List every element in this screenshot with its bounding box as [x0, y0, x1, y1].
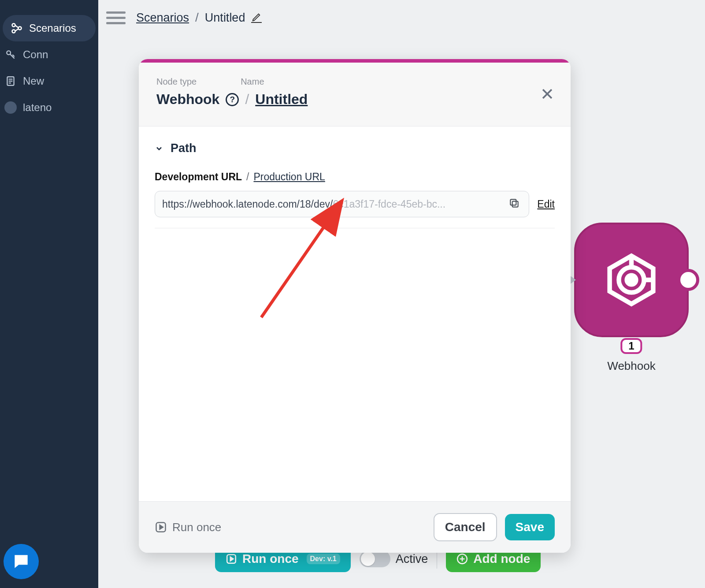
path-section-title: Path: [171, 141, 197, 155]
pencil-icon: [252, 12, 261, 22]
edit-title-button[interactable]: [251, 12, 262, 23]
modal-accent-strip: [139, 59, 571, 63]
webhook-url-field[interactable]: https://webhook.latenode.com/18/dev/6c1a…: [155, 191, 529, 217]
url-tabs-separator: /: [246, 171, 249, 183]
canvas-node-label: Webhook: [574, 359, 689, 373]
breadcrumb: Scenarios / Untitled: [136, 11, 262, 25]
active-toggle-label: Active: [396, 552, 428, 566]
copy-icon: [508, 197, 520, 209]
document-icon: [4, 75, 17, 87]
plug-icon: [4, 48, 17, 61]
url-prefix: https://webhook.latenode.com/18/dev/: [162, 198, 333, 210]
topbar: Scenarios / Untitled: [98, 0, 705, 35]
breadcrumb-separator: /: [195, 11, 199, 25]
url-suffix: 6c1a3f17-fdce-45eb-bc...: [333, 198, 445, 210]
svg-point-2: [19, 27, 22, 30]
sidebar-item-label: lateno: [23, 101, 52, 114]
canvas-node-webhook[interactable]: 1 Webhook: [574, 223, 689, 337]
save-button[interactable]: Save: [505, 514, 555, 540]
dev-version-badge: Dev: v.1: [307, 554, 340, 564]
modal-run-once-label: Run once: [172, 521, 221, 534]
copy-url-button[interactable]: [508, 197, 522, 211]
node-config-modal: Node type Name Webhook ? / Untitled Path: [139, 59, 571, 553]
sidebar-item-label: Conn: [23, 48, 48, 61]
svg-rect-10: [512, 201, 518, 207]
url-tabs: Development URL / Production URL: [155, 171, 555, 183]
svg-point-3: [7, 51, 11, 55]
modal-run-once-button[interactable]: Run once: [155, 521, 221, 534]
svg-point-1: [12, 30, 15, 33]
add-node-label: Add node: [473, 552, 530, 566]
sidebar-item-label: New: [23, 75, 44, 87]
node-number-badge: 1: [620, 338, 642, 354]
hamburger-menu-button[interactable]: [106, 11, 126, 24]
modal-footer: Run once Cancel Save: [139, 501, 571, 553]
sidebar-item-label: Scenarios: [29, 22, 76, 34]
play-box-icon: [226, 553, 237, 565]
breadcrumb-title: Untitled: [205, 11, 245, 25]
close-icon: [540, 86, 555, 101]
avatar-icon: [4, 101, 17, 114]
modal-body: Path Development URL / Production URL ht…: [139, 127, 571, 501]
chat-icon: [11, 552, 31, 571]
cancel-button[interactable]: Cancel: [434, 513, 497, 541]
help-button[interactable]: ?: [226, 93, 239, 106]
main: Scenarios / Untitled: [98, 0, 705, 588]
sidebar: Scenarios Conn New lateno: [0, 0, 98, 588]
sidebar-item-scenarios[interactable]: Scenarios: [3, 15, 96, 41]
svg-rect-11: [511, 199, 516, 205]
name-header-label: Name: [241, 77, 264, 87]
node-name-editable[interactable]: Untitled: [255, 91, 308, 108]
node-type-value: Webhook: [156, 91, 219, 108]
plus-circle-icon: [456, 553, 468, 565]
scenarios-icon: [11, 22, 23, 34]
tab-production-url[interactable]: Production URL: [253, 171, 325, 183]
node-type-header-label: Node type: [156, 77, 197, 87]
svg-point-0: [12, 24, 15, 27]
sidebar-item-connections[interactable]: Conn: [0, 41, 98, 68]
svg-point-7: [627, 275, 636, 285]
chevron-down-icon: [155, 144, 163, 153]
close-modal-button[interactable]: [540, 86, 555, 101]
play-box-icon: [155, 521, 167, 533]
tab-development-url[interactable]: Development URL: [155, 171, 242, 183]
run-once-label: Run once: [242, 552, 299, 566]
webhook-hex-icon: [603, 251, 660, 309]
header-separator: /: [245, 91, 249, 108]
edit-url-link[interactable]: Edit: [537, 198, 555, 210]
modal-header: Node type Name Webhook ? / Untitled: [139, 63, 571, 127]
sidebar-item-new[interactable]: New: [0, 68, 98, 94]
path-section-toggle[interactable]: Path: [155, 141, 555, 155]
chat-bubble-button[interactable]: [4, 544, 39, 579]
breadcrumb-scenarios-link[interactable]: Scenarios: [136, 11, 189, 25]
sidebar-item-account[interactable]: lateno: [0, 94, 98, 121]
active-toggle[interactable]: [360, 551, 390, 567]
